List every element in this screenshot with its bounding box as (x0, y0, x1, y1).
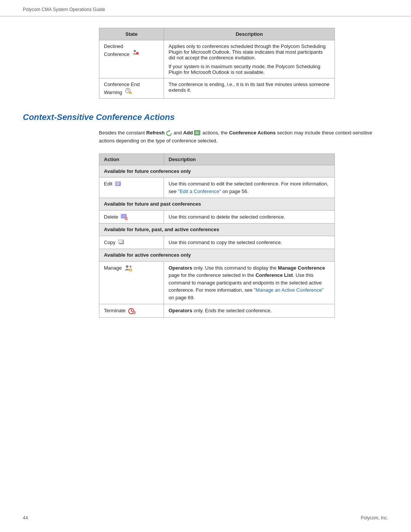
action-label: Delete (104, 214, 119, 220)
desc-para-2: If your system is in maximum security mo… (169, 64, 330, 75)
svg-text:!: ! (130, 91, 131, 94)
svg-rect-17 (121, 214, 126, 218)
action-cell: Copy (99, 236, 164, 249)
state-label: Conference EndWarning (104, 81, 140, 95)
state-label: DeclinedConference (104, 43, 131, 57)
state-table: State Description DeclinedConference (99, 28, 335, 99)
refresh-label: Refresh (146, 130, 164, 136)
description-cell: Use this command to delete the selected … (164, 210, 335, 224)
desc-text: The conference is ending, i.e., it is in… (169, 81, 330, 93)
edit-icon (115, 181, 121, 187)
state-table-wrap: State Description DeclinedConference (99, 28, 388, 99)
section-label: Available for future, past, and active c… (99, 224, 335, 236)
state-col-header: State (99, 28, 164, 40)
declined-icon (132, 51, 139, 57)
action-cell: Delete (99, 210, 164, 224)
state-cell: Conference EndWarning ! (99, 78, 164, 99)
manage-icon: ★ (124, 265, 132, 271)
company-name: Polycom, Inc. (361, 515, 388, 521)
action-table-wrap: Action Description Available for future … (99, 153, 388, 318)
desc-col-header: Description (164, 153, 335, 165)
desc-para-1: Applies only to conferences scheduled th… (169, 43, 330, 61)
warning-icon: ! (125, 89, 132, 95)
refresh-icon (166, 130, 174, 136)
table-row: Delete Use this command (99, 210, 335, 224)
svg-point-24 (126, 265, 129, 268)
section-label: Available for active conferences only (99, 249, 335, 262)
description-cell: Use this command to copy the selected co… (164, 236, 335, 249)
description-cell: Operators only. Ends the selected confer… (164, 304, 335, 318)
table-row: Conference EndWarning ! (99, 78, 335, 99)
table-row: Terminate Operators only (99, 304, 335, 318)
description-cell: The conference is ending, i.e., it is in… (164, 78, 335, 99)
manage-conf-bold: Manage Conference (278, 265, 325, 271)
description-cell: Use this command to edit the selected co… (164, 177, 335, 198)
terminate-label: Terminate (104, 308, 127, 313)
operators-bold: Operators (169, 265, 192, 271)
table-section-row: Available for active conferences only (99, 249, 335, 262)
action-cell: Edit (99, 177, 164, 198)
delete-icon (121, 214, 127, 220)
copy-icon (118, 240, 125, 245)
action-label: Copy (104, 240, 117, 245)
svg-point-25 (130, 266, 132, 268)
intro-paragraph: Besides the constant Refresh and Add + a… (99, 129, 388, 145)
desc-text: Use this command to delete the selected … (169, 214, 285, 220)
description-cell: Operators only. Use this command to disp… (164, 261, 335, 304)
page-header: Polycom CMA System Operations Guide (0, 0, 411, 16)
svg-text:★: ★ (129, 269, 132, 272)
action-cell: Manage ★ (99, 261, 164, 304)
table-row: Manage ★ (99, 261, 335, 304)
svg-text:+: + (196, 131, 198, 135)
description-cell: Applies only to conferences scheduled th… (164, 40, 335, 78)
action-label: Edit (104, 181, 114, 187)
page-footer: 44 Polycom, Inc. (0, 515, 411, 521)
desc-text: Use this command to copy the selected co… (169, 240, 282, 245)
table-row: Edit Use this command to (99, 177, 335, 198)
table-row: Copy Use this command to copy the select… (99, 236, 335, 249)
operators-bold-2: Operators (169, 308, 192, 313)
table-section-row: Available for future conferences only (99, 165, 335, 177)
add-label: Add (183, 130, 193, 136)
action-cell: Terminate (99, 304, 164, 318)
conf-list-bold: Conference List (255, 272, 293, 278)
section-title: Context-Sensitive Conference Actions (23, 112, 388, 122)
description-col-header: Description (164, 28, 335, 40)
action-label: Manage (104, 265, 123, 271)
svg-rect-23 (119, 240, 123, 243)
header-title: Polycom CMA System Operations Guide (23, 7, 105, 12)
section-label: Available for future conferences only (99, 165, 335, 177)
terminate-icon (128, 308, 136, 313)
svg-point-0 (134, 50, 136, 52)
state-cell: DeclinedConference (99, 40, 164, 78)
svg-line-5 (128, 91, 129, 91)
action-table: Action Description Available for future … (99, 153, 335, 318)
add-icon: + (194, 130, 202, 136)
conference-actions-label: Conference Actions (229, 130, 276, 136)
table-row: DeclinedConference Applies (99, 40, 335, 78)
page-content: State Description DeclinedConference (0, 16, 411, 340)
edit-conference-link[interactable]: "Edit a Conference" (178, 189, 221, 194)
manage-active-link[interactable]: "Manage an Active Conference" (254, 287, 323, 293)
action-col-header: Action (99, 153, 164, 165)
table-section-row: Available for future, past, and active c… (99, 224, 335, 236)
table-section-row: Available for future and past conference… (99, 198, 335, 211)
section-label: Available for future and past conference… (99, 198, 335, 211)
page-number: 44 (23, 515, 28, 521)
